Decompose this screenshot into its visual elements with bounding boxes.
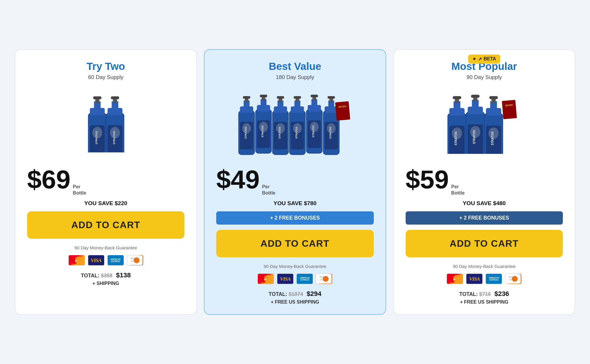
- card-subtitle: 90 Day Supply: [467, 74, 502, 80]
- svg-rect-67: [328, 96, 335, 99]
- svg-point-87: [452, 127, 462, 139]
- svg-rect-35: [260, 95, 267, 97]
- price-label: PerBottle: [262, 184, 275, 196]
- svg-rect-84: [453, 96, 461, 99]
- svg-point-103: [489, 127, 499, 139]
- svg-rect-43: [277, 96, 284, 99]
- svg-rect-104: [502, 100, 517, 119]
- svg-point-54: [293, 123, 302, 134]
- card-title: Best Value: [269, 60, 321, 72]
- savings-text: YOU SAVE $220: [27, 200, 184, 207]
- sparkle-icon: ✦: [472, 56, 476, 62]
- total-original: $716: [479, 291, 491, 297]
- total-line: TOTAL: $716 $236: [406, 290, 563, 298]
- total-new: $294: [305, 290, 321, 297]
- discover-icon: DISCOVERNETWORK: [316, 274, 332, 284]
- shipping-text: + FREE US SHIPPING: [216, 299, 373, 305]
- svg-rect-100: [489, 96, 498, 99]
- bonus-badge: + 2 FREE BONUSES: [216, 211, 373, 225]
- mastercard-icon: MC: [447, 274, 463, 284]
- svg-text:NETWORK: NETWORK: [131, 261, 137, 262]
- price-section: $49PerBottle: [216, 167, 373, 196]
- svg-point-70: [327, 123, 336, 134]
- svg-text:DISCOVER: DISCOVER: [509, 276, 517, 278]
- svg-rect-27: [243, 96, 250, 99]
- guarantee-text: 90 Day Money-Back Guarantee: [264, 264, 327, 269]
- svg-rect-92: [471, 95, 479, 98]
- product-image: STRATOSSTRATOSSTRATOSSEVEN: [406, 88, 563, 158]
- total-line: TOTAL: $1074 $294: [216, 290, 373, 298]
- total-new: $138: [114, 271, 131, 279]
- add-to-cart-button[interactable]: ADD TO CART: [216, 230, 373, 257]
- svg-point-62: [310, 122, 319, 132]
- total-new: $236: [493, 290, 509, 297]
- add-to-cart-button[interactable]: ADD TO CART: [406, 230, 563, 257]
- visa-icon: VISA: [277, 274, 294, 284]
- payment-icons: MCVISAAMERICANEXPRESSDISCOVERNETWORK: [68, 255, 143, 266]
- price-section: $59PerBottle: [406, 167, 563, 196]
- svg-text:DISCOVER: DISCOVER: [131, 258, 139, 259]
- svg-point-46: [276, 123, 285, 134]
- pricing-card-best-value: Best Value180 Day SupplySTRATOSSTRATOSST…: [204, 49, 386, 315]
- svg-rect-51: [294, 96, 301, 99]
- product-image: STRATOSSTRATOSSTRATOSSTRATOSSTRATOSSTRAT…: [216, 88, 373, 158]
- mastercard-icon: MC: [258, 274, 274, 284]
- beta-badge: ✦↗ BETA: [468, 55, 500, 64]
- price-amount: $59: [406, 167, 449, 192]
- svg-text:MC: MC: [454, 279, 457, 280]
- discover-icon: DISCOVERNETWORK: [505, 274, 522, 284]
- svg-text:MC: MC: [75, 260, 78, 262]
- price-amount: $49: [216, 167, 260, 192]
- total-line: TOTAL: $358 $138: [27, 271, 184, 279]
- card-title: Try Two: [86, 60, 125, 72]
- amex-icon: AMERICANEXPRESS: [107, 255, 124, 266]
- price-section: $69PerBottle: [27, 167, 184, 196]
- svg-point-95: [470, 126, 480, 138]
- price-label: PerBottle: [451, 184, 464, 196]
- amex-icon: AMERICANEXPRESS: [296, 274, 313, 284]
- shipping-text: + SHIPPING: [27, 281, 184, 286]
- price-amount: $69: [27, 167, 71, 192]
- card-subtitle: 180 Day Supply: [276, 74, 314, 80]
- svg-point-15: [110, 127, 120, 138]
- card-subtitle: 60 Day Supply: [88, 74, 124, 80]
- add-to-cart-button[interactable]: ADD TO CART: [27, 211, 184, 239]
- product-image: STRATOSSTRATOS: [27, 88, 184, 158]
- payment-icons: MCVISAAMERICANEXPRESSDISCOVERNETWORK: [258, 274, 332, 284]
- mastercard-icon: MC: [68, 255, 85, 266]
- svg-text:MC: MC: [264, 279, 267, 280]
- discover-icon: DISCOVERNETWORK: [127, 255, 143, 266]
- visa-icon: VISA: [466, 274, 483, 284]
- pricing-card-most-popular: ✦↗ BETAMost Popular90 Day SupplySTRATOSS…: [393, 49, 575, 315]
- guarantee-text: 90 Day Money-Back Guarantee: [74, 245, 137, 250]
- guarantee-text: 90 Day Money-Back Guarantee: [453, 264, 516, 269]
- savings-text: YOU SAVE $780: [216, 200, 373, 207]
- svg-text:NETWORK: NETWORK: [320, 279, 326, 281]
- pricing-container: Try Two60 Day SupplySTRATOSSTRATOS$69Per…: [15, 49, 575, 315]
- external-link-icon: ↗: [478, 56, 482, 62]
- svg-rect-71: [335, 101, 350, 121]
- total-section: TOTAL: $1074 $294+ FREE US SHIPPING: [216, 290, 373, 305]
- svg-point-30: [242, 123, 251, 134]
- total-section: TOTAL: $358 $138+ SHIPPING: [27, 271, 184, 286]
- svg-text:NETWORK: NETWORK: [509, 279, 515, 281]
- payment-icons: MCVISAAMERICANEXPRESSDISCOVERNETWORK: [447, 274, 522, 284]
- svg-point-38: [259, 122, 268, 132]
- shipping-text: + FREE US SHIPPING: [406, 299, 563, 305]
- total-original: $1074: [289, 291, 303, 297]
- total-original: $358: [101, 273, 112, 279]
- visa-icon: VISA: [88, 255, 104, 266]
- svg-rect-4: [93, 96, 101, 99]
- svg-rect-59: [311, 95, 318, 97]
- svg-text:DISCOVER: DISCOVER: [320, 276, 328, 278]
- svg-rect-12: [111, 96, 119, 99]
- price-label: PerBottle: [73, 184, 86, 196]
- savings-text: YOU SAVE $480: [406, 200, 563, 207]
- svg-point-7: [92, 127, 102, 138]
- pricing-card-try-two: Try Two60 Day SupplySTRATOSSTRATOS$69Per…: [15, 49, 197, 315]
- total-section: TOTAL: $716 $236+ FREE US SHIPPING: [406, 290, 563, 305]
- amex-icon: AMERICANEXPRESS: [486, 274, 502, 284]
- bonus-badge: + 2 FREE BONUSES: [406, 211, 563, 225]
